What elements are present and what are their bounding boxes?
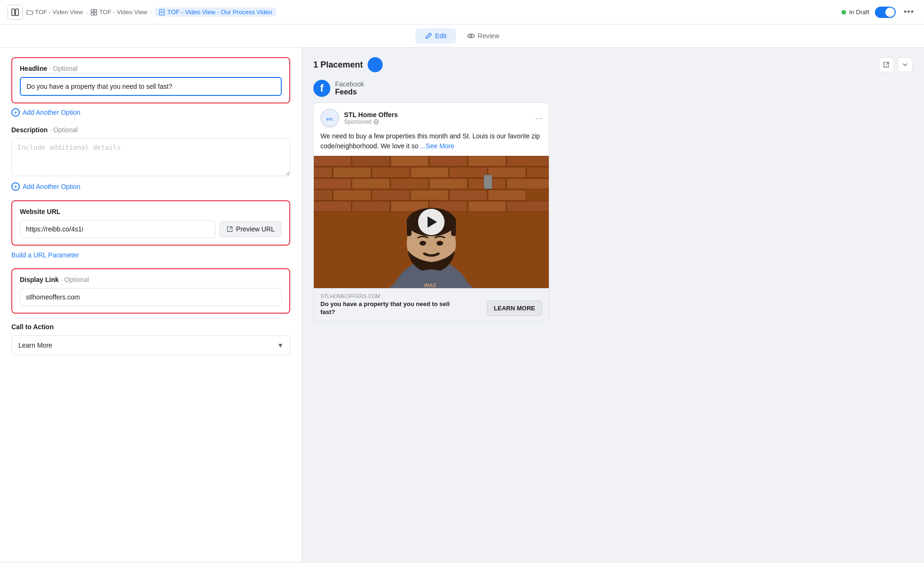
breadcrumb: TOF - Video View › TOF - Video View › (26, 8, 276, 17)
svg-rect-33 (429, 179, 467, 189)
electrical-box (484, 175, 492, 189)
placement-actions (879, 57, 913, 72)
svg-rect-20 (429, 156, 467, 166)
breadcrumb-sep-1: › (86, 9, 88, 16)
svg-rect-30 (314, 179, 351, 189)
more-options-button[interactable]: ••• (901, 5, 916, 20)
svg-rect-39 (411, 190, 448, 200)
breadcrumb-item-2[interactable]: TOF - Video View (91, 9, 147, 16)
svg-rect-4 (91, 13, 93, 15)
svg-point-9 (468, 34, 474, 38)
ad-cta-headline: Do you have a property that you need to … (320, 300, 453, 316)
svg-rect-36 (314, 190, 332, 200)
placement-external-link-button[interactable] (879, 57, 894, 72)
svg-rect-35 (507, 179, 549, 189)
headline-input[interactable] (20, 77, 282, 96)
ad-learn-more-button[interactable]: LEARN MORE (487, 300, 542, 316)
display-link-section-box: Display Link · Optional (11, 268, 290, 314)
fb-feed-label: Facebook Feeds (335, 80, 364, 96)
svg-text:STL: STL (326, 117, 333, 121)
facebook-icon: f (313, 80, 330, 97)
placement-header: 1 Placement (313, 57, 913, 72)
website-url-input[interactable] (20, 220, 216, 238)
tab-bar: Edit Review (0, 25, 924, 48)
svg-rect-28 (488, 167, 526, 178)
breadcrumb-area: TOF - Video View › TOF - Video View › (8, 5, 838, 20)
video-play-button[interactable] (418, 209, 445, 235)
website-url-section: Website URL Preview URL Build a URL Para… (11, 200, 290, 259)
ad-more-options-button[interactable]: ··· (535, 113, 542, 123)
svg-rect-37 (333, 190, 371, 200)
svg-rect-40 (449, 190, 487, 200)
display-link-input[interactable] (20, 288, 282, 306)
svg-rect-24 (333, 167, 371, 178)
svg-rect-32 (391, 179, 428, 189)
status-toggle[interactable] (875, 7, 896, 18)
right-panel: 1 Placement f Facebook (302, 48, 924, 562)
call-to-action-section: Call to Action Learn More Sign Up Contac… (11, 323, 290, 355)
top-bar-right: In Draft ••• (841, 5, 916, 20)
headline-label: Headline · Optional (20, 65, 282, 72)
description-textarea[interactable] (11, 138, 290, 176)
top-bar: TOF - Video View › TOF - Video View › (0, 0, 924, 25)
svg-rect-25 (372, 167, 410, 178)
breadcrumb-sep-2: › (150, 9, 152, 16)
svg-rect-26 (411, 167, 448, 178)
svg-rect-0 (12, 9, 15, 16)
ad-sponsored-label: Sponsored (344, 119, 398, 125)
headline-add-option-button[interactable]: + Add Another Option (11, 108, 80, 117)
add-option-circle-icon: + (11, 108, 20, 117)
description-section: Description · Optional + Add Another Opt… (11, 126, 290, 191)
website-url-label: Website URL (20, 208, 282, 215)
svg-rect-43 (352, 201, 390, 212)
preview-url-button[interactable]: Preview URL (219, 221, 282, 237)
ad-body-text: We need to buy a few properties this mon… (314, 131, 549, 156)
svg-rect-6 (160, 9, 164, 15)
cta-select[interactable]: Learn More Sign Up Contact Us Get Quote … (11, 335, 290, 355)
review-eye-icon (467, 32, 475, 40)
cta-select-wrapper: Learn More Sign Up Contact Us Get Quote … (11, 335, 290, 355)
svg-text:IMAD: IMAD (424, 283, 437, 288)
draft-badge: In Draft (841, 9, 869, 16)
svg-rect-2 (91, 9, 93, 12)
ad-video-thumbnail[interactable]: IMAD (314, 156, 549, 288)
play-triangle-icon (428, 216, 437, 228)
svg-rect-31 (352, 179, 390, 189)
display-link-label: Display Link · Optional (20, 276, 282, 283)
ad-page-info: STL STL Home Offers Sponsored (320, 109, 398, 128)
svg-rect-53 (451, 217, 456, 236)
description-add-option-button[interactable]: + Add Another Option (11, 182, 80, 191)
svg-rect-29 (527, 167, 549, 178)
svg-rect-17 (314, 156, 351, 166)
svg-point-54 (420, 241, 426, 246)
svg-rect-5 (94, 13, 97, 15)
ad-avatar: STL (320, 109, 339, 128)
breadcrumb-item-1[interactable]: TOF - Video View (26, 9, 83, 16)
stl-home-offers-avatar: STL (321, 110, 338, 127)
breadcrumb-item-3-active[interactable]: TOF - Video View - Our Process Video (155, 8, 276, 17)
placement-title-row: 1 Placement (313, 57, 383, 72)
svg-rect-3 (94, 9, 97, 12)
build-url-parameter-link[interactable]: Build a URL Parameter (11, 251, 79, 259)
ad-see-more-link[interactable]: ...See More (420, 142, 454, 150)
cta-label: Call to Action (11, 323, 290, 331)
url-row: Preview URL (20, 220, 282, 238)
headline-section-box: Headline · Optional (11, 57, 290, 103)
left-panel: Headline · Optional + Add Another Option… (0, 48, 302, 562)
add-option-circle-2-icon: + (11, 182, 20, 191)
tab-edit[interactable]: Edit (415, 28, 456, 43)
placement-icon-circle (368, 57, 383, 72)
globe-icon (373, 119, 379, 125)
grid-icon (91, 9, 97, 16)
tab-review[interactable]: Review (458, 28, 509, 43)
svg-rect-18 (352, 156, 390, 166)
headline-section: Headline · Optional + Add Another Option (11, 57, 290, 117)
svg-rect-42 (314, 201, 351, 212)
website-url-section-box: Website URL Preview URL (11, 200, 290, 246)
folder-icon (26, 9, 33, 16)
ad-card-header: STL STL Home Offers Sponsored (314, 103, 549, 131)
svg-rect-1 (16, 9, 18, 16)
chevron-down-icon (902, 61, 908, 68)
placement-dropdown-button[interactable] (898, 57, 913, 72)
sidebar-toggle-button[interactable] (8, 5, 23, 20)
